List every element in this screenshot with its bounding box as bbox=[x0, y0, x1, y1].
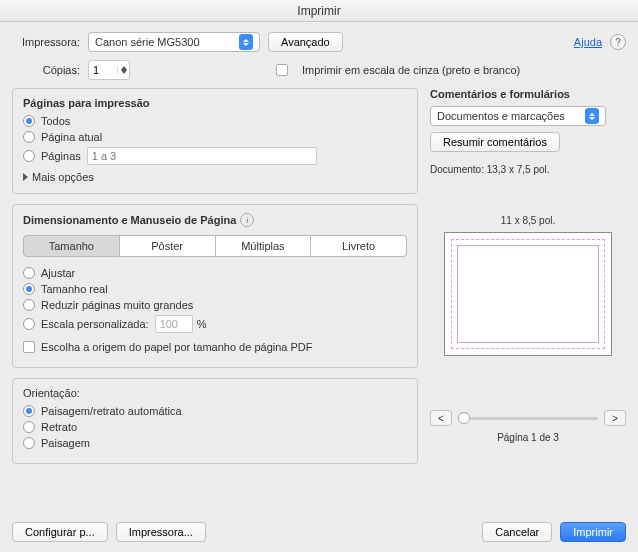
dropdown-arrows-icon bbox=[585, 108, 599, 124]
pages-panel-title: Páginas para impressão bbox=[23, 97, 407, 109]
pages-range-input[interactable] bbox=[87, 147, 317, 165]
page-slider[interactable] bbox=[458, 417, 598, 420]
help-icon[interactable]: ? bbox=[610, 34, 626, 50]
radio-current-label: Página atual bbox=[41, 131, 102, 143]
radio-all-label: Todos bbox=[41, 115, 70, 127]
tab-booklet[interactable]: Livreto bbox=[311, 235, 407, 257]
pages-panel: Páginas para impressão Todos Página atua… bbox=[12, 88, 418, 194]
printer-value: Canon série MG5300 bbox=[95, 36, 200, 48]
radio-actual-label: Tamanho real bbox=[41, 283, 108, 295]
advanced-button[interactable]: Avançado bbox=[268, 32, 343, 52]
radio-pages[interactable] bbox=[23, 150, 35, 162]
sizing-panel-title: Dimensionamento e Manuseio de Página bbox=[23, 214, 236, 226]
radio-current[interactable] bbox=[23, 131, 35, 143]
radio-custom-scale-label: Escala personalizada: bbox=[41, 318, 149, 330]
tab-poster[interactable]: Pôster bbox=[120, 235, 216, 257]
printer-dropdown[interactable]: Canon série MG5300 bbox=[88, 32, 260, 52]
dropdown-arrows-icon bbox=[239, 34, 253, 50]
copies-input[interactable] bbox=[89, 64, 117, 76]
orientation-title: Orientação: bbox=[23, 387, 407, 399]
radio-orient-landscape[interactable] bbox=[23, 437, 35, 449]
help-link[interactable]: Ajuda bbox=[574, 36, 602, 48]
copies-label: Cópias: bbox=[12, 64, 80, 76]
radio-orient-portrait-label: Retrato bbox=[41, 421, 77, 433]
disclosure-triangle-icon bbox=[23, 173, 28, 181]
sizing-tabs: Tamanho Pôster Múltiplas Livreto bbox=[23, 235, 407, 257]
grayscale-checkbox[interactable] bbox=[276, 64, 288, 76]
radio-shrink[interactable] bbox=[23, 299, 35, 311]
radio-orient-auto[interactable] bbox=[23, 405, 35, 417]
radio-fit-label: Ajustar bbox=[41, 267, 75, 279]
grayscale-label: Imprimir em escala de cinza (preto e bra… bbox=[302, 64, 520, 76]
custom-scale-input[interactable] bbox=[155, 315, 193, 333]
percent-label: % bbox=[197, 318, 207, 330]
prev-page-button[interactable]: < bbox=[430, 410, 452, 426]
cancel-button[interactable]: Cancelar bbox=[482, 522, 552, 542]
radio-fit[interactable] bbox=[23, 267, 35, 279]
paper-source-label: Escolha a origem do papel por tamanho de… bbox=[41, 341, 313, 353]
comments-title: Comentários e formulários bbox=[430, 88, 626, 100]
stepper-down-icon[interactable] bbox=[118, 70, 129, 74]
next-page-button[interactable]: > bbox=[604, 410, 626, 426]
slider-thumb[interactable] bbox=[458, 412, 470, 424]
paper-source-checkbox[interactable] bbox=[23, 341, 35, 353]
more-options-disclosure[interactable]: Mais opções bbox=[23, 171, 407, 183]
copies-stepper[interactable] bbox=[88, 60, 130, 80]
radio-orient-landscape-label: Paisagem bbox=[41, 437, 90, 449]
radio-orient-auto-label: Paisagem/retrato automática bbox=[41, 405, 182, 417]
page-preview bbox=[444, 232, 612, 356]
comments-value: Documentos e marcações bbox=[437, 110, 565, 122]
tab-multiple[interactable]: Múltiplas bbox=[216, 235, 312, 257]
summarize-comments-button[interactable]: Resumir comentários bbox=[430, 132, 560, 152]
info-icon[interactable]: i bbox=[240, 213, 254, 227]
tab-size[interactable]: Tamanho bbox=[23, 235, 120, 257]
page-count-label: Página 1 de 3 bbox=[430, 432, 626, 443]
printer-settings-button[interactable]: Impressora... bbox=[116, 522, 206, 542]
preview-dimensions: 11 x 8,5 pol. bbox=[430, 215, 626, 226]
radio-pages-label: Páginas bbox=[41, 150, 81, 162]
comments-dropdown[interactable]: Documentos e marcações bbox=[430, 106, 606, 126]
more-options-label: Mais opções bbox=[32, 171, 94, 183]
print-button[interactable]: Imprimir bbox=[560, 522, 626, 542]
window-title: Imprimir bbox=[0, 0, 638, 22]
sizing-panel: Dimensionamento e Manuseio de Página i T… bbox=[12, 204, 418, 368]
radio-shrink-label: Reduzir páginas muito grandes bbox=[41, 299, 193, 311]
document-dimensions: Documento: 13,3 x 7,5 pol. bbox=[430, 164, 626, 175]
radio-custom-scale[interactable] bbox=[23, 318, 35, 330]
radio-all[interactable] bbox=[23, 115, 35, 127]
radio-actual[interactable] bbox=[23, 283, 35, 295]
page-setup-button[interactable]: Configurar p... bbox=[12, 522, 108, 542]
orientation-panel: Orientação: Paisagem/retrato automática … bbox=[12, 378, 418, 464]
radio-orient-portrait[interactable] bbox=[23, 421, 35, 433]
printer-label: Impressora: bbox=[12, 36, 80, 48]
